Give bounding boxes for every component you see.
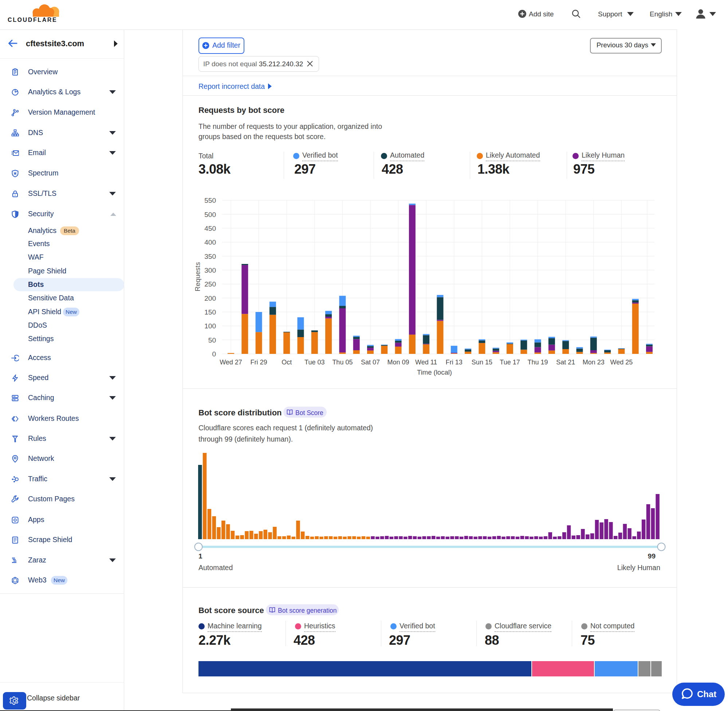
svg-text:Fri 29: Fri 29	[251, 358, 267, 366]
svg-text:Thu 19: Thu 19	[528, 358, 548, 366]
svg-text:Sun 15: Sun 15	[472, 358, 492, 366]
svg-text:Oct: Oct	[282, 358, 292, 366]
svg-text:Fri 13: Fri 13	[446, 358, 462, 366]
svg-text:Sat 07: Sat 07	[361, 358, 380, 366]
svg-text:Sat 21: Sat 21	[556, 358, 575, 366]
svg-text:350: 350	[204, 253, 216, 260]
svg-text:Tue 03: Tue 03	[304, 358, 325, 366]
svg-text:50: 50	[208, 336, 216, 344]
svg-text:CLOUDFLARE: CLOUDFLARE	[7, 17, 57, 23]
svg-text:Wed 25: Wed 25	[610, 358, 633, 366]
svg-text:200: 200	[204, 295, 216, 302]
svg-text:250: 250	[204, 280, 216, 288]
svg-text:0: 0	[212, 350, 216, 358]
svg-text:450: 450	[204, 225, 216, 232]
svg-text:Time (local): Time (local)	[417, 369, 452, 376]
svg-text:100: 100	[204, 322, 216, 330]
svg-text:Thu 05: Thu 05	[332, 358, 353, 366]
svg-text:550: 550	[204, 196, 216, 204]
svg-text:400: 400	[204, 239, 216, 246]
svg-text:150: 150	[204, 308, 216, 316]
svg-text:300: 300	[204, 267, 216, 274]
svg-text:500: 500	[204, 211, 216, 218]
svg-text:Wed 11: Wed 11	[415, 358, 437, 366]
svg-text:Requests: Requests	[194, 262, 201, 291]
svg-text:Tue 17: Tue 17	[500, 358, 520, 366]
svg-text:Mon 23: Mon 23	[583, 358, 604, 366]
svg-text:Mon 09: Mon 09	[387, 358, 409, 366]
svg-text:Wed 27: Wed 27	[220, 358, 242, 366]
